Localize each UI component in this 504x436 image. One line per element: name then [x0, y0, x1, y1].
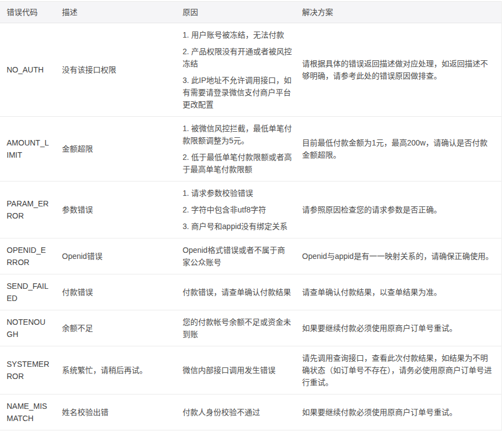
error-code-cell: AMOUNT_LIMIT — [0, 117, 55, 181]
description-cell: 系统繁忙，请稍后再试。 — [55, 346, 176, 395]
reason-list: 微信内部接口调用发生错误 — [183, 364, 292, 376]
table-row: NO_AUTH 没有该接口权限 1. 用户账号被冻结，无法付款2. 产品权限没有… — [0, 23, 501, 117]
solution-cell: 请根据具体的错误返回描述做对应处理，如返回描述不够明确，请参考此处的错误原因做排… — [295, 23, 501, 117]
reason-item: Openid格式错误或者不属于商家公众账号 — [183, 244, 292, 268]
reason-list: 1. 被微信风控拦截，最低单笔付款限额调整为5元。2. 低于最低单笔付款限额或者… — [183, 122, 292, 175]
error-code-table: 错误代码 描述 原因 解决方案 NO_AUTH 没有该接口权限 1. 用户账号被… — [0, 1, 502, 430]
reason-item: 3. 商户号和appid没有绑定关系 — [183, 220, 292, 232]
reason-item: 2. 低于最低单笔付款限额或者高于最高单笔付款限额 — [183, 151, 292, 175]
reason-cell: 付款人身份校验不通过 — [176, 395, 295, 430]
column-header-reason: 原因 — [176, 2, 295, 23]
table-row: NAME_MISMATCH 姓名校验出错 付款人身份校验不通过 如果要继续付款必… — [0, 395, 501, 430]
reason-cell: 1. 请求参数校验错误2. 字符中包含非utf8字符3. 商户号和appid没有… — [176, 181, 295, 238]
table-row: OPENID_ERROR Openid错误 Openid格式错误或者不属于商家公… — [0, 238, 501, 274]
reason-item: 1. 被微信风控拦截，最低单笔付款限额调整为5元。 — [183, 122, 292, 147]
reason-item: 付款错误，请查单确认付款结果 — [183, 286, 292, 298]
error-code-documentation-page: 错误代码 描述 原因 解决方案 NO_AUTH 没有该接口权限 1. 用户账号被… — [0, 0, 504, 430]
error-code-cell: NO_AUTH — [0, 23, 55, 117]
table-row: SYSTEMERROR 系统繁忙，请稍后再试。 微信内部接口调用发生错误 请先调… — [0, 346, 501, 395]
reason-list: 您的付款帐号余额不足或资金未到账 — [183, 316, 292, 340]
reason-list: 付款人身份校验不通过 — [183, 406, 292, 418]
column-header-error-code: 错误代码 — [0, 2, 55, 23]
error-code-cell: NAME_MISMATCH — [0, 395, 55, 430]
reason-item: 2. 产品权限没有开通或者被风控冻结 — [183, 45, 292, 70]
solution-cell: 请查单确认付款结果，以查单结果为准。 — [295, 274, 501, 310]
error-code-cell: SYSTEMERROR — [0, 346, 55, 395]
table-row: AMOUNT_LIMIT 金额超限 1. 被微信风控拦截，最低单笔付款限额调整为… — [0, 117, 501, 181]
error-code-cell: NOTENOUGH — [0, 310, 55, 346]
error-code-cell: SEND_FAILED — [0, 274, 55, 310]
reason-cell: Openid格式错误或者不属于商家公众账号 — [176, 238, 295, 274]
solution-cell: 目前最低付款金额为1元，最高200w，请确认是否付款金额超限。 — [295, 117, 501, 181]
description-cell: 参数错误 — [55, 181, 176, 238]
description-cell: 没有该接口权限 — [55, 23, 176, 117]
reason-cell: 1. 被微信风控拦截，最低单笔付款限额调整为5元。2. 低于最低单笔付款限额或者… — [176, 117, 295, 181]
solution-cell: 请参照原因检查您的请求参数是否正确。 — [295, 181, 501, 238]
solution-cell: 如果要继续付款必须使用原商户订单号重试。 — [295, 310, 501, 346]
table-body: NO_AUTH 没有该接口权限 1. 用户账号被冻结，无法付款2. 产品权限没有… — [0, 23, 501, 430]
description-cell: 付款错误 — [55, 274, 176, 310]
reason-item: 1. 请求参数校验错误 — [183, 187, 292, 199]
solution-cell: 如果要继续付款必须使用原商户订单号重试。 — [295, 395, 501, 430]
column-header-solution: 解决方案 — [295, 2, 501, 23]
solution-cell: Openid与appid是有一一映射关系的，请确保正确使用。 — [295, 238, 501, 274]
reason-list: 1. 请求参数校验错误2. 字符中包含非utf8字符3. 商户号和appid没有… — [183, 187, 292, 232]
reason-item: 1. 用户账号被冻结，无法付款 — [183, 29, 292, 41]
error-code-cell: PARAM_ERROR — [0, 181, 55, 238]
error-code-cell: OPENID_ERROR — [0, 238, 55, 274]
reason-item: 2. 字符中包含非utf8字符 — [183, 204, 292, 216]
solution-cell: 请先调用查询接口，查看此次付款结果，如结果为不明确状态（如订单号不存在），请务必… — [295, 346, 501, 395]
reason-cell: 付款错误，请查单确认付款结果 — [176, 274, 295, 310]
reason-list: Openid格式错误或者不属于商家公众账号 — [183, 244, 292, 268]
reason-item: 您的付款帐号余额不足或资金未到账 — [183, 316, 292, 340]
reason-item: 微信内部接口调用发生错误 — [183, 364, 292, 376]
reason-cell: 1. 用户账号被冻结，无法付款2. 产品权限没有开通或者被风控冻结3. 此IP地… — [176, 23, 295, 117]
reason-cell: 微信内部接口调用发生错误 — [176, 346, 295, 395]
reason-item: 付款人身份校验不通过 — [183, 406, 292, 418]
description-cell: 余额不足 — [55, 310, 176, 346]
table-row: NOTENOUGH 余额不足 您的付款帐号余额不足或资金未到账 如果要继续付款必… — [0, 310, 501, 346]
column-header-description: 描述 — [55, 2, 176, 23]
description-cell: Openid错误 — [55, 238, 176, 274]
reason-list: 1. 用户账号被冻结，无法付款2. 产品权限没有开通或者被风控冻结3. 此IP地… — [183, 29, 292, 111]
description-cell: 姓名校验出错 — [55, 395, 176, 430]
reason-cell: 您的付款帐号余额不足或资金未到账 — [176, 310, 295, 346]
table-row: SEND_FAILED 付款错误 付款错误，请查单确认付款结果 请查单确认付款结… — [0, 274, 501, 310]
reason-list: 付款错误，请查单确认付款结果 — [183, 286, 292, 298]
table-header: 错误代码 描述 原因 解决方案 — [0, 2, 501, 23]
reason-item: 3. 此IP地址不允许调用接口，如有需要请登录微信支付商户平台更改配置 — [183, 74, 292, 111]
table-row: PARAM_ERROR 参数错误 1. 请求参数校验错误2. 字符中包含非utf… — [0, 181, 501, 238]
header-row: 错误代码 描述 原因 解决方案 — [0, 2, 501, 23]
description-cell: 金额超限 — [55, 117, 176, 181]
